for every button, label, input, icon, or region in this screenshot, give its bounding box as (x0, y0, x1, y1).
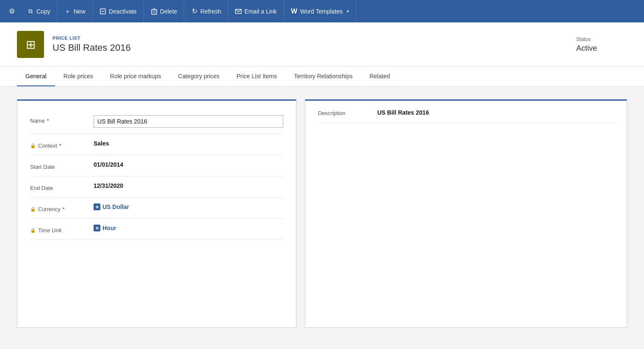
time-unit-value[interactable]: ⊞ Hour (94, 225, 116, 231)
form-card: Name * 🔒 Context * Sales Start Date 01/0… (17, 99, 296, 328)
deactivate-button[interactable]: Deactivate (93, 0, 144, 22)
context-label: 🔒 Context * (30, 140, 89, 149)
name-required-star: * (47, 118, 49, 124)
start-date-value: 01/01/2014 (94, 161, 283, 168)
settings-button[interactable]: ⚙ (3, 0, 20, 22)
currency-lock-icon: 🔒 (30, 206, 36, 212)
settings-icon: ⚙ (9, 7, 15, 15)
currency-required-star: * (63, 206, 65, 212)
description-card: Description US Bill Rates 2016 (305, 99, 627, 328)
time-unit-row: 🔒 Time Unit ⊞ Hour (30, 219, 283, 240)
word-dropdown-icon: ▾ (347, 9, 349, 14)
currency-value[interactable]: ⊞ US Dollar (94, 203, 129, 210)
name-input[interactable] (94, 115, 283, 128)
word-templates-label: Word Templates (300, 8, 343, 15)
email-label: Email a Link (244, 8, 276, 15)
new-label: New (74, 8, 86, 15)
currency-row: 🔒 Currency * ⊞ US Dollar (30, 198, 283, 219)
email-icon (235, 8, 242, 15)
word-templates-button[interactable]: W Word Templates ▾ (284, 0, 357, 22)
record-header-left: ⊞ PRICE LIST US Bill Rates 2016 (17, 31, 131, 58)
deactivate-icon (100, 8, 106, 15)
currency-link-icon: ⊞ (94, 203, 100, 210)
word-icon: W (291, 8, 298, 15)
record-type: PRICE LIST (53, 36, 131, 41)
description-value: US Bill Rates 2016 (377, 109, 614, 116)
refresh-label: Refresh (200, 8, 221, 15)
time-unit-link-icon: ⊞ (94, 225, 100, 231)
context-required-star: * (59, 143, 61, 149)
start-date-label: Start Date (30, 161, 89, 170)
tab-related[interactable]: Related (361, 67, 398, 86)
avatar-icon: ⊞ (26, 38, 36, 52)
tab-price-list-items[interactable]: Price List Items (228, 67, 286, 86)
delete-button[interactable]: Delete (144, 0, 184, 22)
svg-rect-2 (152, 10, 157, 14)
name-row: Name * (30, 109, 283, 134)
tab-role-prices[interactable]: Role prices (55, 67, 102, 86)
status-value: Active (576, 44, 627, 53)
new-button[interactable]: + New (58, 0, 93, 22)
record-name: US Bill Rates 2016 (53, 42, 131, 53)
record-title-area: PRICE LIST US Bill Rates 2016 (53, 36, 131, 53)
tab-territory-relationships[interactable]: Territory Relationships (285, 67, 361, 86)
context-value: Sales (94, 140, 283, 147)
start-date-row: Start Date 01/01/2014 (30, 155, 283, 176)
description-row: Description US Bill Rates 2016 (318, 109, 614, 123)
main-content: Name * 🔒 Context * Sales Start Date 01/0… (0, 87, 644, 341)
tab-category-prices[interactable]: Category prices (169, 67, 228, 86)
copy-button[interactable]: ⧉ Copy (20, 0, 58, 22)
context-lock-icon: 🔒 (30, 143, 36, 148)
refresh-icon: ↻ (191, 8, 198, 15)
name-label: Name * (30, 115, 89, 124)
status-label: Status (576, 36, 627, 42)
time-unit-label: 🔒 Time Unit (30, 225, 89, 234)
tab-role-price-markups[interactable]: Role price markups (102, 67, 170, 86)
currency-label: 🔒 Currency * (30, 203, 89, 212)
delete-icon (151, 8, 158, 15)
deactivate-label: Deactivate (109, 8, 137, 15)
tab-general[interactable]: General (17, 67, 55, 86)
avatar: ⊞ (17, 31, 44, 58)
new-icon: + (64, 8, 71, 15)
record-header: ⊞ PRICE LIST US Bill Rates 2016 Status A… (0, 22, 644, 67)
refresh-button[interactable]: ↻ Refresh (184, 0, 228, 22)
tabs-bar: General Role prices Role price markups C… (0, 67, 644, 87)
copy-label: Copy (36, 8, 50, 15)
end-date-label: End Date (30, 182, 89, 191)
description-label: Description (318, 109, 369, 116)
record-status-area: Status Active (576, 36, 627, 53)
email-button[interactable]: Email a Link (228, 0, 284, 22)
context-row: 🔒 Context * Sales (30, 134, 283, 155)
end-date-row: End Date 12/31/2020 (30, 176, 283, 198)
copy-icon: ⧉ (27, 8, 34, 15)
time-unit-lock-icon: 🔒 (30, 228, 36, 233)
end-date-value: 12/31/2020 (94, 182, 283, 189)
toolbar: ⚙ ⧉ Copy + New Deactivate Delete (0, 0, 644, 22)
delete-label: Delete (160, 8, 177, 15)
